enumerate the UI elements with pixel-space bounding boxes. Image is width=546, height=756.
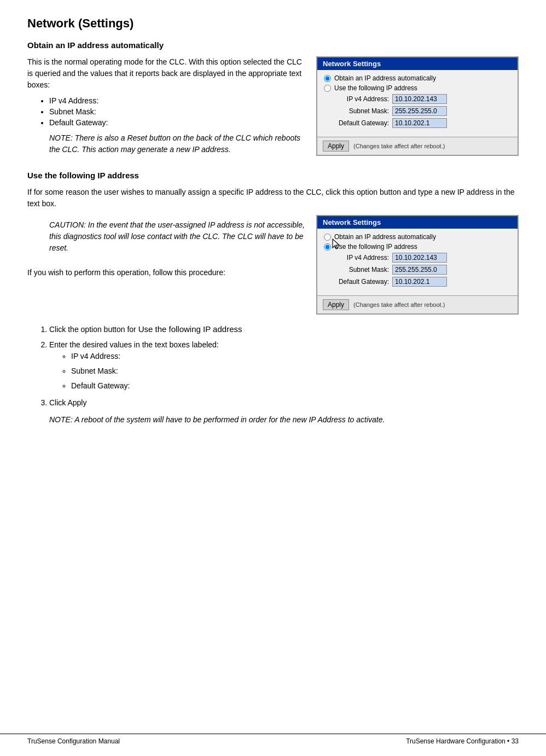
widget1-subnet-row: Subnet Mask: 255.255.255.0: [335, 106, 511, 116]
step1-text: Click the option button for: [49, 325, 138, 334]
widget2-ipv4-row: IP v4 Address: 10.10.202.143: [335, 253, 511, 263]
widget2-gateway-value: 10.10.202.1: [392, 277, 447, 287]
section2-caution-layout: CAUTION: In the event that the user-assi…: [27, 215, 519, 315]
widget1-apply-button[interactable]: Apply: [323, 141, 349, 152]
widget2-title: Network Settings: [317, 216, 518, 229]
widget2-subnet-label: Subnet Mask:: [335, 266, 392, 274]
widget1-subnet-label: Subnet Mask:: [335, 107, 392, 115]
procedure-intro: If you wish to perform this operation, f…: [27, 267, 305, 278]
widget1-radio1-input[interactable]: [324, 75, 331, 82]
section-obtain-ip: Obtain an IP address automatically This …: [27, 40, 519, 160]
widget1-gateway-row: Default Gateway: 10.10.202.1: [335, 118, 511, 128]
widget2-footer: Apply (Changes take affect after reboot.…: [317, 295, 518, 313]
step2-bullets: IP v4 Address: Subnet Mask: Default Gate…: [71, 351, 519, 392]
widget1-body: Obtain an IP address automatically Use t…: [317, 70, 518, 137]
widget2-container: Network Settings Obtain an IP address au…: [316, 215, 519, 315]
widget1-ipv4-row: IP v4 Address: 10.10.202.143: [335, 94, 511, 104]
page-content: Network (Settings) Obtain an IP address …: [0, 0, 546, 469]
section-use-following: Use the following IP address If for some…: [27, 171, 519, 426]
widget1-radio2-row[interactable]: Use the following IP address: [324, 84, 511, 92]
widget2-radio2-label: Use the following IP address: [334, 243, 417, 251]
widget2-gateway-label: Default Gateway:: [335, 278, 392, 286]
section2-note2: NOTE: A reboot of the system will have t…: [49, 414, 519, 426]
section1-layout: This is the normal operating mode for th…: [27, 56, 519, 160]
section1-text: This is the normal operating mode for th…: [27, 56, 305, 160]
widget1-title: Network Settings: [317, 57, 518, 70]
section1-bullet3: Default Gateway:: [49, 118, 305, 127]
widget2-subnet-value: 255.255.255.0: [392, 265, 447, 275]
step2-text: Enter the desired values in the text box…: [49, 340, 219, 349]
step2-bullet1: IP v4 Address:: [71, 351, 519, 362]
widget2-body: Obtain an IP address automatically Use t…: [317, 229, 518, 295]
widget1-radio1-row[interactable]: Obtain an IP address automatically: [324, 74, 511, 82]
widget1-gateway-label: Default Gateway:: [335, 119, 392, 127]
widget2-ipv4-label: IP v4 Address:: [335, 254, 392, 261]
widget2-radio2-input[interactable]: [324, 243, 331, 251]
network-widget-1: Network Settings Obtain an IP address au…: [316, 56, 519, 156]
widget1-footer: Apply (Changes take affect after reboot.…: [317, 137, 518, 155]
widget2-fields: IP v4 Address: 10.10.202.143 Subnet Mask…: [335, 253, 511, 287]
section1-heading: Obtain an IP address automatically: [27, 40, 519, 50]
widget2-radio2-row[interactable]: Use the following IP address: [324, 243, 511, 251]
step1: Click the option button for Use the foll…: [49, 323, 519, 336]
footer-left: TruSense Configuration Manual: [27, 737, 120, 745]
widget2-apply-button[interactable]: Apply: [323, 299, 349, 310]
procedure-steps: Click the option button for Use the foll…: [49, 323, 519, 409]
step2: Enter the desired values in the text box…: [49, 339, 519, 392]
section1-bullet-list: IP v4 Address: Subnet Mask: Default Gate…: [49, 96, 305, 127]
section2-heading: Use the following IP address: [27, 171, 519, 180]
widget1-ipv4-label: IP v4 Address:: [335, 95, 392, 103]
widget2-radio1-row[interactable]: Obtain an IP address automatically: [324, 233, 511, 241]
page-footer: TruSense Configuration Manual TruSense H…: [0, 734, 546, 745]
section2-caution: CAUTION: In the event that the user-assi…: [49, 219, 305, 254]
procedure-intro-text: If you wish to perform this operation, f…: [27, 268, 225, 277]
widget1-gateway-value: 10.10.202.1: [392, 118, 447, 128]
step2-bullet3: Default Gateway:: [71, 380, 519, 392]
widget1-container: Network Settings Obtain an IP address au…: [316, 56, 519, 160]
caution-text-col: CAUTION: In the event that the user-assi…: [27, 215, 305, 315]
page-title: Network (Settings): [27, 16, 519, 31]
step1-label: Use the following IP address: [138, 324, 242, 334]
section2-paragraph1: If for some reason the user wishes to ma…: [27, 187, 519, 210]
widget2-radio1-label: Obtain an IP address automatically: [334, 233, 436, 241]
widget1-subnet-value: 255.255.255.0: [392, 106, 447, 116]
section1-bullet1: IP v4 Address:: [49, 96, 305, 105]
section1-note: NOTE: There is also a Reset button on th…: [49, 132, 305, 155]
widget2-radio1-input[interactable]: [324, 234, 331, 241]
widget1-radio2-label: Use the following IP address: [334, 84, 417, 92]
widget1-ipv4-value: 10.10.202.143: [392, 94, 447, 104]
section1-paragraph1: This is the normal operating mode for th…: [27, 56, 305, 91]
widget1-radio1-label: Obtain an IP address automatically: [334, 74, 436, 82]
widget1-fields: IP v4 Address: 10.10.202.143 Subnet Mask…: [335, 94, 511, 128]
step2-bullet2: Subnet Mask:: [71, 365, 519, 377]
section1-bullet2: Subnet Mask:: [49, 107, 305, 116]
step3: Click Apply: [49, 397, 519, 409]
footer-right: TruSense Hardware Configuration • 33: [406, 737, 519, 745]
widget2-gateway-row: Default Gateway: 10.10.202.1: [335, 277, 511, 287]
widget2-subnet-row: Subnet Mask: 255.255.255.0: [335, 265, 511, 275]
widget2-ipv4-value: 10.10.202.143: [392, 253, 447, 263]
widget2-footer-note: (Changes take affect after reboot.): [353, 301, 445, 308]
network-widget-2: Network Settings Obtain an IP address au…: [316, 215, 519, 315]
widget1-radio2-input[interactable]: [324, 85, 331, 92]
widget1-footer-note: (Changes take affect after reboot.): [353, 143, 445, 149]
